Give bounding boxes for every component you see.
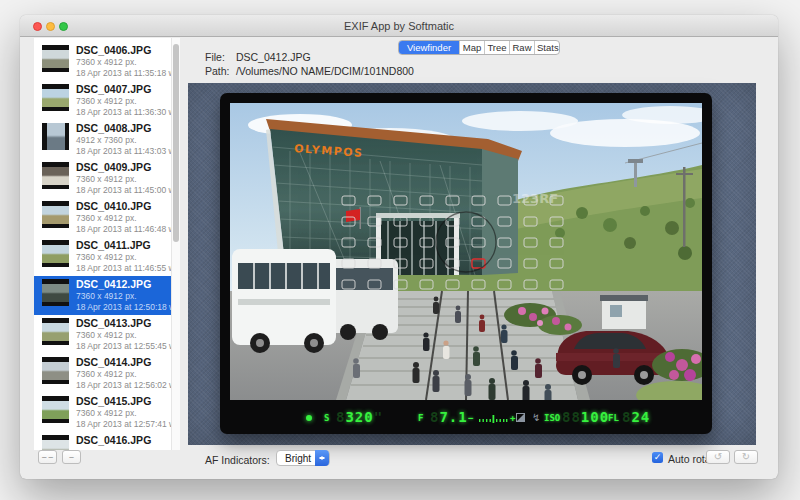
path-label: Path: [205,65,233,77]
thumbnail-image [42,323,69,341]
tab-stats[interactable]: Stats [534,41,559,54]
aperture-label: F [418,413,423,423]
thumbnail [42,318,69,345]
rotate-right-button[interactable]: ↻ [734,450,758,464]
thumbnail [42,45,69,72]
file-dimensions: 4912 x 7360 px. [76,135,170,146]
list-item[interactable]: DSC_0411.JPG7360 x 4912 px.18 Apr 2013 a… [34,237,172,276]
file-row: File: DSC_0412.JPG [205,51,311,63]
list-item[interactable]: DSC_0415.JPG7360 x 4912 px.18 Apr 2013 a… [34,393,172,432]
file-date: 18 Apr 2013 at 12:57:41 with NIKON [76,419,170,430]
thumbnail-image [42,401,69,419]
list-item[interactable]: DSC_0406.JPG7360 x 4912 px.18 Apr 2013 a… [34,42,172,81]
thumbnail-image [42,89,69,107]
af-indicators-value: Bright [285,453,311,464]
viewfinder-frame: OLYMPOS [220,93,712,434]
thumbnail-image [42,284,69,302]
file-value: DSC_0412.JPG [236,51,311,63]
thumbnail-image [42,362,69,380]
iso-label: ISO [544,413,560,423]
list-item[interactable]: DSC_0409.JPG7360 x 4912 px.18 Apr 2013 a… [34,159,172,198]
list-item[interactable]: DSC_0413.JPG7360 x 4912 px.18 Apr 2013 a… [34,315,172,354]
focus-indicator-icon [306,415,312,421]
file-name: DSC_0414.JPG [76,356,170,369]
thumbnail-image [42,167,69,185]
file-date: 18 Apr 2013 at 11:46:55 with NIKON [76,263,170,274]
focal-length-value: 824 [622,409,650,425]
tab-viewfinder[interactable]: Viewfinder [399,41,459,54]
thumbnail [42,162,69,189]
scrollbar-thumb[interactable] [173,44,179,242]
thumbnail-image [42,206,69,224]
file-date: 18 Apr 2013 at 11:45:00 with NIKON [76,185,170,196]
window-title: EXIF App by Softmatic [20,20,778,32]
thumbnail [42,201,69,228]
thumb-size-large-button[interactable]: – [62,450,81,464]
file-label: File: [205,51,233,63]
tab-tree[interactable]: Tree [484,41,509,54]
file-name: DSC_0411.JPG [76,239,170,252]
select-stepper-icon [315,450,329,466]
thumbnail [42,357,69,384]
file-dimensions: 7360 x 4912 px. [76,96,170,107]
tab-raw[interactable]: Raw [509,41,534,54]
shutter-value: 8320" [336,409,383,425]
rotate-left-button[interactable]: ↺ [706,450,730,464]
title-bar: EXIF App by Softmatic [20,15,778,37]
file-name: DSC_0409.JPG [76,161,170,174]
file-dimensions: 7360 x 4912 px. [76,369,170,380]
focal-length-label: FL [608,413,619,423]
thumbnail [42,240,69,267]
list-item[interactable]: DSC_0414.JPG7360 x 4912 px.18 Apr 2013 a… [34,354,172,393]
aperture-value: 87.1 [430,409,468,425]
exposure-meter-icon [478,414,508,424]
photo-preview: OLYMPOS [230,103,702,400]
list-item[interactable]: DSC_0408.JPG4912 x 7360 px.18 Apr 2013 a… [34,120,172,159]
tab-map[interactable]: Map [459,41,484,54]
file-list: DSC_0406.JPG7360 x 4912 px.18 Apr 2013 a… [34,38,180,450]
file-name: DSC_0413.JPG [76,317,170,330]
thumbnail [42,396,69,423]
file-dimensions: 7360 x 4912 px. [76,408,170,419]
file-name: DSC_0406.JPG [76,44,170,57]
file-name: DSC_0415.JPG [76,395,170,408]
list-item[interactable]: DSC_0407.JPG7360 x 4912 px.18 Apr 2013 a… [34,81,172,120]
viewfinder-status-bar: S 8320" F 87.1 − + ↯ ISO 88100 [220,400,712,434]
path-value: /Volumes/NO NAME/DCIM/101ND800 [236,65,414,77]
scrollbar-track[interactable] [171,38,180,450]
thumbnail-image [42,50,69,68]
file-dimensions: 7360 x 4912 px. [76,252,170,263]
af-indicators-select[interactable]: Bright [276,450,330,466]
file-dimensions: 7360 x 4912 px. [76,291,170,302]
meter-minus: − [468,413,473,423]
exposure-comp-icon [516,413,525,422]
list-item[interactable]: DSC_0412.JPG7360 x 4912 px.18 Apr 2013 a… [34,276,172,315]
path-row: Path: /Volumes/NO NAME/DCIM/101ND800 [205,65,414,77]
file-date: 18 Apr 2013 at 11:46:48 with NIKON [76,224,170,235]
stock-watermark: 123RF [512,191,558,206]
iso-value: 88100 [562,409,609,425]
file-dimensions: 7360 x 4912 px. [76,57,170,68]
file-date: 18 Apr 2013 at 12:55:45 with NIKON [76,341,170,352]
thumbnail [42,279,69,306]
file-dimensions: 7360 x 4912 px. [76,174,170,185]
list-item[interactable]: DSC_0410.JPG7360 x 4912 px.18 Apr 2013 a… [34,198,172,237]
footer-bar: – – – AF Indicators: Bright ✓ Auto rotat… [20,445,778,479]
meter-plus: + [510,413,515,423]
auto-rotate-checkbox[interactable]: ✓ [652,452,663,463]
file-date: 18 Apr 2013 at 11:36:30 with NIKON [76,107,170,118]
file-name: DSC_0407.JPG [76,83,170,96]
af-indicators-label: AF Indicators: [205,454,270,466]
file-date: 18 Apr 2013 at 11:35:18 with NIKON [76,68,170,79]
thumbnail-image [47,123,65,150]
shutter-label: S [324,413,329,423]
view-tabs: ViewfinderMapTreeRawStats [398,40,560,55]
app-window: EXIF App by Softmatic DSC_0406.JPG7360 x… [20,15,778,479]
preview-pane: OLYMPOS [188,83,756,445]
thumb-size-small-button[interactable]: – – [38,450,57,464]
thumbnail [42,84,69,111]
file-date: 18 Apr 2013 at 12:56:02 with NIKON [76,380,170,391]
file-name: DSC_0410.JPG [76,200,170,213]
file-dimensions: 7360 x 4912 px. [76,213,170,224]
file-name: DSC_0412.JPG [76,278,170,291]
